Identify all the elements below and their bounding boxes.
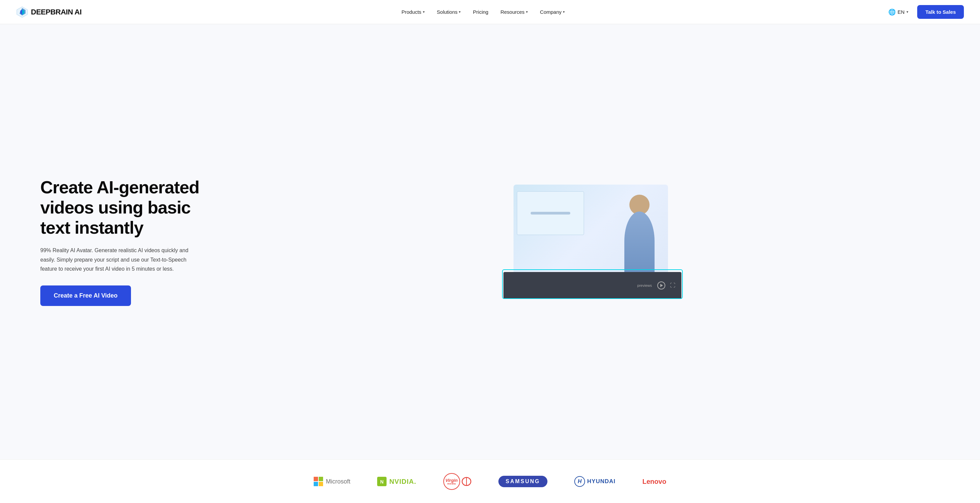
brand-lenovo: Lenovo bbox=[643, 478, 666, 485]
create-free-video-button[interactable]: Create a Free AI Video bbox=[40, 286, 131, 306]
logo[interactable]: DEEPBRAIN AI bbox=[16, 6, 82, 18]
nvidia-label: NVIDIA. bbox=[389, 478, 416, 485]
slide-content bbox=[531, 212, 571, 214]
nav-right: 🌐 EN ▾ Talk to Sales bbox=[885, 5, 964, 19]
chevron-down-icon: ▾ bbox=[526, 10, 528, 14]
virgin-swirl-icon bbox=[461, 477, 471, 486]
hyundai-logo-icon: H bbox=[574, 476, 585, 487]
talk-to-sales-button[interactable]: Talk to Sales bbox=[917, 5, 964, 19]
brand-samsung: SAMSUNG bbox=[498, 476, 548, 487]
globe-icon: 🌐 bbox=[888, 8, 896, 16]
hero-title: Create AI-generated videos using basic t… bbox=[40, 177, 215, 238]
samsung-label: SAMSUNG bbox=[506, 479, 540, 484]
virgin-circle-icon: Virgin media bbox=[443, 473, 460, 490]
brand-name: DEEPBRAIN AI bbox=[31, 8, 82, 16]
nvidia-logo-icon: N bbox=[377, 477, 387, 486]
chevron-down-icon: ▾ bbox=[459, 10, 461, 14]
nav-links: Products ▾ Solutions ▾ Pricing Resources… bbox=[396, 6, 570, 18]
video-screen-bg bbox=[514, 185, 668, 286]
hero-section: Create AI-generated videos using basic t… bbox=[0, 24, 980, 459]
brand-microsoft: Microsoft bbox=[314, 477, 350, 486]
slide-overlay bbox=[517, 191, 584, 235]
language-selector[interactable]: 🌐 EN ▾ bbox=[885, 6, 912, 18]
brands-section: Microsoft N NVIDIA. Virgin media bbox=[0, 459, 980, 503]
chevron-down-icon: ▾ bbox=[563, 10, 565, 14]
controls-label: previews bbox=[638, 283, 652, 287]
samsung-logo-icon: SAMSUNG bbox=[498, 476, 548, 487]
nav-resources[interactable]: Resources ▾ bbox=[495, 6, 533, 18]
hyundai-label: HYUNDAI bbox=[587, 478, 615, 485]
play-icon bbox=[660, 284, 663, 287]
navbar: DEEPBRAIN AI Products ▾ Solutions ▾ Pric… bbox=[0, 0, 980, 24]
expand-icon: ⛶ bbox=[670, 283, 675, 289]
nav-products[interactable]: Products ▾ bbox=[396, 6, 430, 18]
virgin-media-logo: Virgin media bbox=[443, 473, 471, 490]
expand-button[interactable]: ⛶ bbox=[669, 282, 676, 289]
svg-text:N: N bbox=[380, 479, 383, 484]
brand-virgin-media: Virgin media bbox=[443, 473, 471, 490]
video-mockup: previews ⛶ bbox=[503, 185, 671, 299]
microsoft-logo-icon bbox=[314, 477, 323, 486]
nav-pricing[interactable]: Pricing bbox=[468, 6, 494, 18]
lenovo-label: Lenovo bbox=[643, 478, 666, 485]
hero-description: 99% Reality AI Avatar. Generate realisti… bbox=[40, 246, 195, 273]
nav-company[interactable]: Company ▾ bbox=[535, 6, 570, 18]
play-button[interactable] bbox=[657, 281, 665, 289]
chevron-down-icon: ▾ bbox=[907, 10, 908, 14]
brand-nvidia: N NVIDIA. bbox=[377, 477, 416, 486]
chevron-down-icon: ▾ bbox=[423, 10, 425, 14]
nav-solutions[interactable]: Solutions ▾ bbox=[431, 6, 466, 18]
svg-text:H: H bbox=[578, 479, 582, 484]
microsoft-label: Microsoft bbox=[326, 478, 350, 485]
logo-icon bbox=[16, 6, 28, 18]
brand-hyundai: H HYUNDAI bbox=[574, 476, 615, 487]
hero-content: Create AI-generated videos using basic t… bbox=[40, 177, 215, 306]
video-controls-bar: previews ⛶ bbox=[503, 272, 681, 299]
hero-video-area: previews ⛶ bbox=[215, 185, 940, 299]
